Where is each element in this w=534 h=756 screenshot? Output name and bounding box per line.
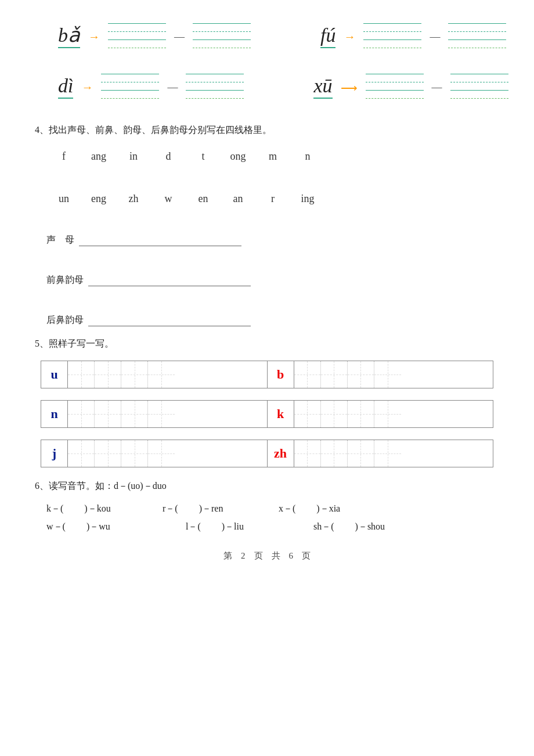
section6: 6、读写音节。如：d－(uo)－duo k－( )－kou r－( )－ren … xyxy=(35,480,499,533)
empty-cell xyxy=(95,361,121,388)
empty-cell xyxy=(321,440,348,467)
letter-an: an xyxy=(221,189,255,208)
letter-ang: ang xyxy=(81,147,116,166)
writing-box-ba-2 xyxy=(193,23,251,51)
formula-sh-prefix: sh－( xyxy=(313,521,334,533)
formula-x-suffix: )－xia xyxy=(316,503,340,515)
cell-zh: zh xyxy=(268,440,294,467)
section6-row2: w－( )－wu l－( )－liu sh－( )－shou xyxy=(46,521,499,533)
empty-cell xyxy=(95,401,121,427)
pinyin-item-xu: xū ⟶ — xyxy=(313,74,508,101)
qianbi-answer: 前鼻韵母 xyxy=(46,274,499,286)
formula-r-prefix: r－( xyxy=(163,503,178,515)
letter-zh: zh xyxy=(116,189,151,208)
section4: 4、找出声母、前鼻、韵母、后鼻韵母分别写在四线格里。 f ang in d t … xyxy=(35,124,499,326)
formula-k-blank[interactable] xyxy=(66,504,82,514)
houbi-answer: 后鼻韵母 xyxy=(46,314,499,326)
formula-l-blank[interactable] xyxy=(203,522,219,532)
letter-t: t xyxy=(186,147,221,166)
formula-sh-suffix: )－shou xyxy=(355,521,385,533)
formula-w-blank[interactable] xyxy=(68,522,84,532)
letter-grid-row1: f ang in d t ong m n xyxy=(35,147,499,166)
formula-x: x－( )－xia xyxy=(279,503,371,515)
empty-cell xyxy=(121,401,148,427)
empty-cell xyxy=(294,361,321,388)
formula-sh: sh－( )－shou xyxy=(313,521,406,533)
formula-l-prefix: l－( xyxy=(186,521,201,533)
empty-cell xyxy=(348,440,374,467)
char-fu-text: fú xyxy=(320,26,335,45)
char-xu: xū xyxy=(313,76,332,99)
grid-row-2: n k xyxy=(41,400,493,428)
empty-cell xyxy=(121,440,148,467)
letter-k: k xyxy=(277,406,284,422)
houbi-label: 后鼻韵母 xyxy=(46,314,84,326)
char-ba: bǎ xyxy=(58,26,80,48)
arrow-ba: → xyxy=(88,30,100,44)
empty-cell xyxy=(68,440,95,467)
page-footer: 第 2 页 共 6 页 xyxy=(35,550,499,561)
formula-x-blank[interactable] xyxy=(298,504,314,514)
letter-in: in xyxy=(116,147,151,166)
empty-cell xyxy=(294,440,321,467)
formula-l-suffix: )－liu xyxy=(222,521,244,533)
letter-ing: ing xyxy=(290,189,325,208)
letter-zh: zh xyxy=(274,446,287,461)
letter-en: en xyxy=(186,189,221,208)
letter-un: un xyxy=(46,189,81,208)
letter-n: n xyxy=(50,406,57,422)
empty-cell xyxy=(68,401,95,427)
grid-row-3: j zh xyxy=(41,440,493,467)
pinyin-item-fu: fú → — xyxy=(320,23,506,51)
letter-w: w xyxy=(151,189,186,208)
houbi-line[interactable] xyxy=(88,315,251,326)
writing-box-fu-2 xyxy=(448,23,506,51)
writing-box-di-2 xyxy=(186,74,244,101)
letter-r: r xyxy=(255,189,290,208)
qianbi-label: 前鼻韵母 xyxy=(46,274,84,286)
letter-ong: ong xyxy=(221,147,255,166)
shengmu-line[interactable] xyxy=(79,235,241,246)
pinyin-item-ba: bǎ → — xyxy=(58,23,251,51)
empty-cell xyxy=(374,401,401,427)
formula-w-suffix: )－wu xyxy=(86,521,110,533)
empty-cell xyxy=(374,440,401,467)
section4-title: 4、找出声母、前鼻、韵母、后鼻韵母分别写在四线格里。 xyxy=(35,124,499,136)
empty-cell xyxy=(148,440,175,467)
cell-n: n xyxy=(41,401,68,427)
arrow-xu: ⟶ xyxy=(341,81,358,95)
cell-u: u xyxy=(41,361,68,388)
section3-pinyin-row2: dì → — xū ⟶ — xyxy=(35,68,499,107)
dash-xu: — xyxy=(432,81,442,93)
cell-j: j xyxy=(41,440,68,467)
letter-grid-row2: un eng zh w en an r ing xyxy=(35,189,499,208)
dash-di: — xyxy=(167,81,178,93)
writing-box-fu-1 xyxy=(363,23,421,51)
char-di-text: dì xyxy=(58,76,73,96)
shengmu-answer: 声 母 xyxy=(46,234,499,246)
letter-d: d xyxy=(151,147,186,166)
writing-box-ba-1 xyxy=(108,23,166,51)
letter-b: b xyxy=(277,367,284,382)
arrow-fu: → xyxy=(344,30,355,44)
empty-cell xyxy=(68,361,95,388)
qianbi-line[interactable] xyxy=(88,275,251,286)
empty-cell xyxy=(148,401,175,427)
pinyin-item-di: dì → — xyxy=(58,74,244,101)
dash-ba: — xyxy=(174,31,185,43)
cell-k: k xyxy=(268,401,294,427)
empty-cell xyxy=(148,361,175,388)
formula-l: l－( )－liu xyxy=(186,521,279,533)
formula-r: r－( )－ren xyxy=(163,503,255,515)
formula-sh-blank[interactable] xyxy=(337,522,353,532)
empty-cell xyxy=(121,361,148,388)
letter-n: n xyxy=(290,147,325,166)
formula-w: w－( )－wu xyxy=(46,521,139,533)
empty-cell xyxy=(374,361,401,388)
section3-pinyin: bǎ → — fú → — xyxy=(35,17,499,56)
writing-box-di-1 xyxy=(101,74,159,101)
letter-f: f xyxy=(46,147,81,166)
empty-cell xyxy=(95,440,121,467)
formula-r-blank[interactable] xyxy=(181,504,197,514)
char-xu-text: xū xyxy=(313,76,332,96)
